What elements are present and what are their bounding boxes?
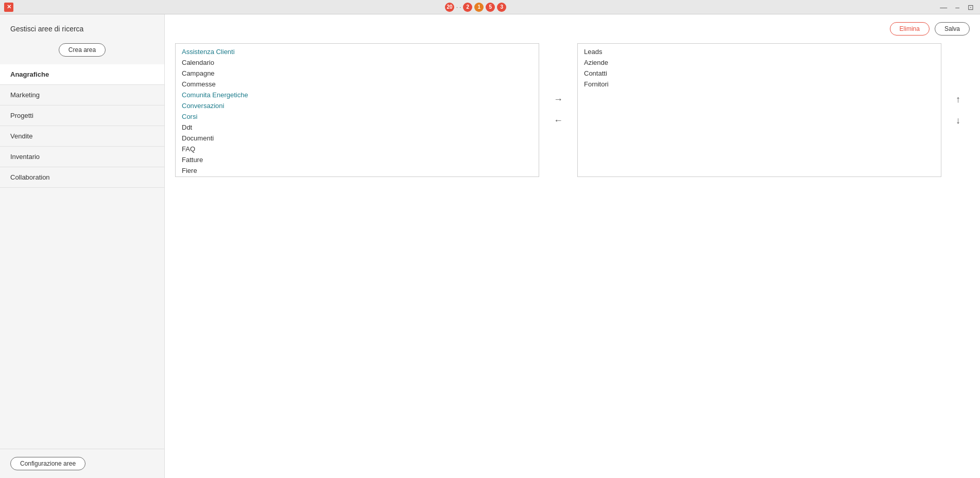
config-areas-button[interactable]: Configurazione aree: [10, 457, 85, 470]
list-item[interactable]: Documenti: [176, 133, 539, 144]
restore-button[interactable]: –: [953, 2, 961, 12]
create-area-button[interactable]: Crea area: [59, 43, 106, 57]
sidebar-item-collaboration[interactable]: Collaboration: [0, 167, 164, 188]
page-title: Gestisci aree di ricerca: [0, 20, 164, 41]
nav-items: AnagraficheMarketingProgettiVenditeInven…: [0, 64, 164, 449]
content-area: Elimina Salva Assistenza ClientiCalendar…: [165, 14, 980, 478]
badge-5: 5: [486, 3, 495, 12]
list-item[interactable]: Comunita Energetiche: [176, 90, 539, 100]
window-controls: — – ⊡: [938, 2, 976, 12]
sidebar: Gestisci aree di ricerca Crea area Anagr…: [0, 14, 165, 478]
list-item[interactable]: Leads: [578, 46, 941, 57]
move-right-button[interactable]: →: [549, 92, 567, 107]
list-item[interactable]: Campagne: [176, 68, 539, 79]
list-item[interactable]: Gestore chiamate: [176, 176, 539, 177]
right-controls: ↑ ↓: [947, 43, 970, 177]
badge-20: 20: [445, 3, 454, 12]
title-bar: ✕ 20 · · 2 1 5 3 — – ⊡: [0, 0, 980, 14]
list-item[interactable]: Aziende: [578, 57, 941, 68]
list-item[interactable]: Corsi: [176, 111, 539, 122]
main-container: Gestisci aree di ricerca Crea area Anagr…: [0, 14, 980, 478]
list-item[interactable]: Assistenza Clienti: [176, 46, 539, 57]
list-item[interactable]: Ddt: [176, 122, 539, 133]
available-list[interactable]: Assistenza ClientiCalendarioCampagneComm…: [175, 43, 539, 177]
move-left-button[interactable]: ←: [549, 113, 567, 128]
list-item[interactable]: Calendario: [176, 57, 539, 68]
close-button[interactable]: ✕: [4, 3, 13, 12]
title-bar-left: ✕: [4, 3, 13, 12]
list-item[interactable]: Fatture: [176, 154, 539, 165]
badge-1: 1: [474, 3, 484, 12]
list-item[interactable]: Contatti: [578, 68, 941, 79]
list-item[interactable]: Fiere: [176, 165, 539, 176]
sidebar-item-progetti[interactable]: Progetti: [0, 105, 164, 126]
minimize-button[interactable]: —: [938, 2, 949, 12]
sidebar-item-marketing[interactable]: Marketing: [0, 85, 164, 105]
list-item[interactable]: FAQ: [176, 144, 539, 154]
delete-button[interactable]: Elimina: [890, 22, 930, 36]
sidebar-footer: Configurazione aree: [0, 449, 164, 478]
list-item[interactable]: Conversazioni: [176, 100, 539, 111]
create-area-btn-wrap: Crea area: [0, 41, 164, 64]
list-item[interactable]: Commesse: [176, 79, 539, 90]
title-bar-badges: 20 · · 2 1 5 3: [445, 3, 506, 12]
sidebar-item-inventario[interactable]: Inventario: [0, 147, 164, 167]
lists-container: Assistenza ClientiCalendarioCampagneComm…: [175, 43, 970, 470]
sidebar-item-vendite[interactable]: Vendite: [0, 126, 164, 147]
arrows-col: → ←: [544, 43, 572, 177]
sidebar-item-anagrafiche[interactable]: Anagrafiche: [0, 64, 164, 85]
separator1: · ·: [456, 4, 461, 10]
maximize-button[interactable]: ⊡: [966, 2, 976, 12]
move-up-button[interactable]: ↑: [952, 92, 965, 107]
selected-list[interactable]: LeadsAziendeContattiFornitori: [577, 43, 941, 177]
content-header: Elimina Salva: [175, 22, 970, 36]
move-down-button[interactable]: ↓: [952, 113, 965, 128]
list-item[interactable]: Fornitori: [578, 79, 941, 90]
badge-3: 3: [497, 3, 506, 12]
save-button[interactable]: Salva: [935, 22, 970, 36]
badge-2: 2: [463, 3, 472, 12]
